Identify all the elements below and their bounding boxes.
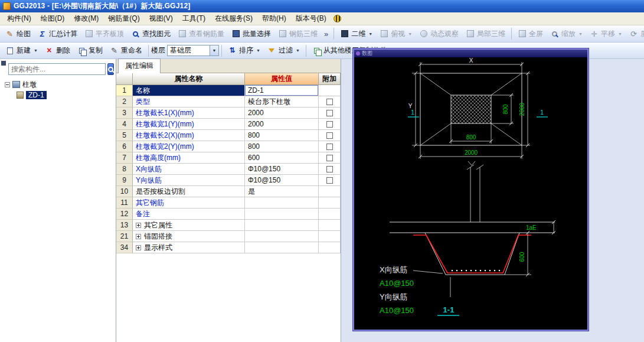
expand-plus-icon[interactable] [136,223,141,228]
property-value[interactable]: 600 [245,152,319,164]
attach-checkbox[interactable] [326,144,333,150]
table-row[interactable]: 6 柱墩截宽2(Y)(mm) 800 [116,141,341,152]
table-row[interactable]: 4 柱墩截宽1(Y)(mm) 2000 [116,119,341,130]
batch-select-button[interactable]: 批量选择 [228,27,274,41]
drawing-window-title: 数图 [362,50,372,57]
property-value[interactable] [245,197,319,209]
attach-checkbox[interactable] [326,166,333,172]
table-row[interactable]: 8 X向纵筋 Φ10@150 [116,164,341,175]
table-row[interactable]: 3 柱墩截长1(X)(mm) 2000 [116,108,341,119]
view-2d-button[interactable]: 二维 ▼ [336,27,376,41]
menu-item-version[interactable]: 版本号(B) [291,12,331,25]
combobox-dropdown-button[interactable]: ▼ [210,45,218,56]
header-property-value: 属性值 [245,73,319,85]
button-label: 屏幕旋转 [640,29,644,39]
search-input[interactable] [8,63,106,75]
rename-button[interactable]: ✎ 重命名 [106,44,146,57]
table-group-row[interactable]: 13 其它属性 [116,220,341,231]
zoom-button[interactable]: 缩放 ▼ [547,27,586,41]
tree-node-zd1[interactable]: ZD-1 [0,90,116,100]
chevron-down-icon[interactable]: ▼ [408,32,412,36]
table-row[interactable]: 11 其它钢筋 [116,197,341,209]
menu-item-rebar-qty[interactable]: 钢筋量(Q) [103,12,144,25]
tab-property-edit[interactable]: 属性编辑 [118,58,161,73]
fullscreen-button[interactable]: 全屏 [514,27,547,41]
draw-button[interactable]: ✎ 绘图 [2,27,34,41]
attach-checkbox[interactable] [326,132,333,139]
menu-item-tools[interactable]: 工具(T) [178,12,210,25]
new-button[interactable]: 新建 ▼ [2,44,41,57]
panel-grip[interactable] [1,61,6,66]
menu-item-component[interactable]: 构件(N) [2,12,36,25]
chevron-down-icon[interactable]: ▼ [368,32,372,36]
filter-button[interactable]: 过滤 ▼ [264,44,303,57]
chevron-down-icon[interactable]: ▼ [34,48,38,53]
property-value[interactable]: 800 [245,130,319,141]
menu-item-modify[interactable]: 修改(M) [69,12,103,25]
property-value[interactable]: Φ10@150 [245,164,319,175]
property-name: 柱墩高度(mm) [133,152,245,164]
attach-checkbox[interactable] [326,110,333,116]
property-value[interactable]: ZD-1 [245,85,319,96]
drawing-window-icon [356,51,360,56]
orbit-button[interactable]: 动态观察 [416,27,462,41]
attach-checkbox[interactable] [326,121,333,128]
pan-button[interactable]: ✛ 平移 ▼ [586,27,626,41]
table-row[interactable]: 9 Y向纵筋 Φ10@150 [116,175,341,186]
search-button[interactable] [107,63,114,75]
property-group: 锚固搭接 [133,231,245,242]
button-label: 重命名 [121,45,142,56]
rebar-3d-button[interactable]: 钢筋三维 [274,27,321,41]
chevron-down-icon[interactable]: ▼ [618,32,622,36]
table-row[interactable]: 7 柱墩高度(mm) 600 [116,152,341,164]
menu-item-draw[interactable]: 绘图(D) [36,12,70,25]
chevron-down-icon[interactable]: ▼ [578,32,583,36]
menu-item-online-service[interactable]: 在线服务(S) [210,12,257,25]
table-row[interactable]: 1 名称 ZD-1 [116,85,341,96]
pan-icon: ✛ [590,30,599,38]
menu-item-help[interactable]: 帮助(H) [257,12,291,25]
leader-lines [413,271,450,297]
table-row[interactable]: 5 柱墩截长2(X)(mm) 800 [116,130,341,141]
attach-checkbox[interactable] [326,177,333,184]
property-value[interactable] [245,209,319,220]
align-slab-top-button[interactable]: 平齐板顶 [81,27,128,41]
property-value[interactable]: 2000 [245,119,319,130]
toolbar-overflow-chevron[interactable]: » [321,30,331,38]
table-row[interactable]: 2 类型 棱台形下柱墩 [116,96,341,108]
property-value[interactable]: 800 [245,141,319,152]
attach-checkbox[interactable] [326,155,333,161]
row-number: 2 [116,96,133,108]
property-value[interactable]: Φ10@150 [245,175,319,186]
table-group-row[interactable]: 21 锚固搭接 [116,231,341,242]
copy-button[interactable]: 复制 [74,44,106,57]
table-group-row[interactable]: 34 显示样式 [116,242,341,253]
attach-checkbox[interactable] [326,99,333,105]
button-label: 查找图元 [142,29,171,39]
summary-calc-button[interactable]: Σ 汇总计算 [34,27,81,41]
property-value[interactable]: 2000 [245,108,319,119]
sort-button[interactable]: ⇅ 排序 ▼ [224,44,264,57]
rotate-screen-button[interactable]: ⟳ 屏幕旋转 [626,27,644,41]
local-3d-button[interactable]: 局部三维 [462,27,509,41]
top-view-button[interactable]: 俯视 ▼ [376,27,416,41]
table-row[interactable]: 12 备注 [116,209,341,220]
expand-plus-icon[interactable] [136,245,141,250]
menu-item-view[interactable]: 视图(V) [145,12,178,25]
expand-plus-icon[interactable] [136,234,141,239]
chevron-down-icon[interactable]: ▼ [296,48,300,53]
attach-cell [319,141,341,152]
property-value[interactable]: 是 [245,186,319,197]
table-row[interactable]: 10 是否按板边切割 是 [116,186,341,197]
align-slab-icon [84,30,93,38]
property-value[interactable]: 棱台形下柱墩 [245,96,319,108]
chevron-down-icon[interactable]: ▼ [256,48,260,53]
drawing-canvas[interactable]: X Y 1 1 800 2000 800 2000 [354,57,587,330]
delete-button[interactable]: × 删除 [41,44,74,57]
drawing-window-titlebar[interactable]: 数图 [354,50,587,57]
floor-combobox[interactable]: 基础层 ▼ [167,45,219,56]
find-element-button[interactable]: 查找图元 [128,27,174,41]
tree-collapse-toggle[interactable] [5,82,10,87]
view-rebar-qty-button[interactable]: 查看钢筋量 [174,27,228,41]
tree-node-pier-category[interactable]: 柱墩 [0,79,116,90]
